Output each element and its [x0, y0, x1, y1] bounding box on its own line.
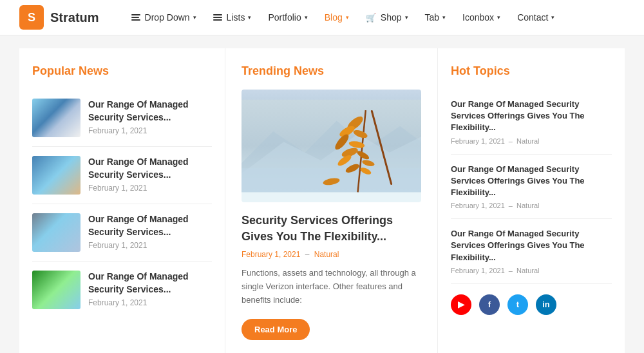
- news-item-date: February 1, 2021: [88, 241, 212, 250]
- chevron-down-icon: ▾: [442, 14, 446, 21]
- popular-news-item[interactable]: Our Range Of Managed Security Services..…: [32, 204, 212, 262]
- news-item-info: Our Range Of Managed Security Services..…: [88, 99, 212, 137]
- cart-icon: 🛒: [366, 13, 376, 23]
- hot-topic-meta: February 1, 2021 – Natural: [451, 267, 612, 274]
- nav-item-dropdown[interactable]: Drop Down ▾: [125, 8, 203, 26]
- social-icons-row: ▶ f t in: [451, 284, 612, 315]
- hot-topic-date: February 1, 2021: [451, 267, 505, 274]
- hot-topics-title: Hot Topics: [451, 64, 612, 78]
- hot-topic-item[interactable]: Our Range Of Managed Security Services O…: [451, 90, 612, 155]
- trending-date: February 1, 2021: [242, 250, 300, 259]
- news-item-title: Our Range Of Managed Security Services..…: [88, 271, 212, 296]
- trending-news-column: Trending News: [225, 48, 438, 353]
- trending-dash: –: [305, 250, 310, 259]
- news-thumbnail: [32, 271, 80, 309]
- news-thumbnail: [32, 213, 80, 252]
- news-item-info: Our Range Of Managed Security Services..…: [88, 271, 212, 309]
- news-item-date: February 1, 2021: [88, 126, 212, 135]
- chevron-down-icon: ▾: [193, 14, 196, 21]
- nav-item-tab[interactable]: Tab ▾: [419, 8, 453, 26]
- read-more-button[interactable]: Read More: [242, 319, 310, 340]
- chevron-down-icon: ▾: [405, 14, 408, 21]
- layers-icon: [131, 14, 140, 21]
- facebook-icon[interactable]: f: [479, 294, 500, 315]
- nav-item-portfolio[interactable]: Portfolio ▾: [261, 8, 314, 26]
- logo-text: Stratum: [50, 10, 99, 25]
- trending-excerpt: Functions, assets and technology, all th…: [242, 267, 421, 307]
- youtube-icon[interactable]: ▶: [451, 294, 471, 315]
- chevron-down-icon: ▾: [346, 14, 349, 21]
- hot-dash: –: [509, 267, 513, 274]
- chevron-down-icon: ▾: [248, 14, 251, 21]
- popular-news-column: Popular News Our Range Of Managed Securi…: [19, 48, 225, 353]
- news-item-title: Our Range Of Managed Security Services..…: [88, 213, 212, 238]
- main-content: Popular News Our Range Of Managed Securi…: [0, 35, 644, 353]
- hot-topic-title: Our Range Of Managed Security Services O…: [451, 228, 612, 263]
- hot-dash: –: [509, 202, 513, 209]
- chevron-down-icon: ▾: [305, 14, 308, 21]
- linkedin-icon[interactable]: in: [536, 294, 556, 315]
- hot-topic-category: Natural: [516, 137, 539, 145]
- hot-topic-title: Our Range Of Managed Security Services O…: [451, 99, 612, 134]
- nav-item-shop[interactable]: 🛒 Shop ▾: [359, 8, 415, 26]
- nav-item-lists[interactable]: Lists ▾: [207, 8, 258, 26]
- logo[interactable]: S Stratum: [19, 5, 99, 30]
- hot-topic-date: February 1, 2021: [451, 137, 505, 145]
- list-icon: [213, 14, 222, 21]
- twitter-icon[interactable]: t: [507, 294, 528, 315]
- news-thumbnail: [32, 99, 80, 137]
- navbar: S Stratum Drop Down ▾ Lists ▾ Portfolio …: [0, 0, 644, 35]
- news-thumbnail: [32, 156, 80, 195]
- hot-topic-date: February 1, 2021: [451, 202, 505, 209]
- popular-news-item[interactable]: Our Range Of Managed Security Services..…: [32, 262, 212, 318]
- news-item-info: Our Range Of Managed Security Services..…: [88, 156, 212, 195]
- hot-topic-item[interactable]: Our Range Of Managed Security Services O…: [451, 155, 612, 220]
- hot-topic-item[interactable]: Our Range Of Managed Security Services O…: [451, 219, 612, 284]
- chevron-down-icon: ▾: [497, 14, 500, 21]
- nav-menu: Drop Down ▾ Lists ▾ Portfolio ▾ Blog ▾ 🛒…: [125, 8, 562, 26]
- news-item-info: Our Range Of Managed Security Services..…: [88, 213, 212, 252]
- trending-news-image: [242, 90, 421, 202]
- nav-item-blog[interactable]: Blog ▾: [318, 8, 355, 26]
- hot-topic-meta: February 1, 2021 – Natural: [451, 137, 612, 145]
- popular-news-item[interactable]: Our Range Of Managed Security Services..…: [32, 147, 212, 204]
- nav-item-contact[interactable]: Contact ▾: [511, 8, 561, 26]
- logo-icon: S: [19, 5, 44, 30]
- nav-item-iconbox[interactable]: Iconbox ▾: [456, 8, 507, 26]
- hot-dash: –: [509, 137, 513, 145]
- hot-topic-category: Natural: [516, 267, 539, 274]
- trending-news-title: Trending News: [242, 64, 421, 78]
- news-item-title: Our Range Of Managed Security Services..…: [88, 99, 212, 124]
- popular-news-title: Popular News: [32, 64, 212, 78]
- trending-headline[interactable]: Security Services Offerings Gives You Th…: [242, 213, 421, 245]
- hot-topic-category: Natural: [516, 202, 539, 209]
- hot-topic-title: Our Range Of Managed Security Services O…: [451, 164, 612, 199]
- trending-news-svg: [242, 90, 421, 202]
- hot-topic-meta: February 1, 2021 – Natural: [451, 202, 612, 209]
- hot-topics-column: Hot Topics Our Range Of Managed Security…: [438, 48, 625, 353]
- news-item-date: February 1, 2021: [88, 184, 212, 193]
- popular-news-item[interactable]: Our Range Of Managed Security Services..…: [32, 90, 212, 147]
- news-item-title: Our Range Of Managed Security Services..…: [88, 156, 212, 181]
- trending-category: Natural: [314, 250, 339, 259]
- chevron-down-icon: ▾: [551, 14, 554, 21]
- news-item-date: February 1, 2021: [88, 298, 212, 307]
- trending-meta: February 1, 2021 – Natural: [242, 250, 421, 259]
